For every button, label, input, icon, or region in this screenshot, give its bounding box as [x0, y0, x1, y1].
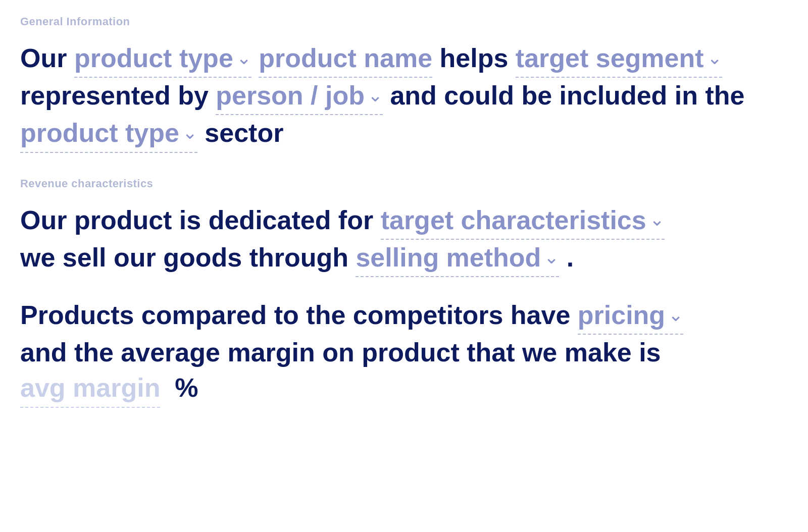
avg-margin-dropdown[interactable]: avg margin — [20, 370, 160, 407]
pricing-dropdown[interactable]: pricing ⌄ — [578, 297, 683, 335]
and-could-be-text: and could be included in the — [390, 81, 744, 110]
sector-text: sector — [205, 118, 283, 147]
selling-method-dropdown[interactable]: selling method ⌄ — [356, 240, 559, 277]
products-compared-text: Products compared to the competitors hav… — [20, 300, 578, 330]
product-name-dropdown[interactable]: product name — [259, 40, 432, 78]
product-type-dropdown-2[interactable]: product type ⌄ — [20, 115, 197, 152]
avg-margin-text: and the average margin on product that w… — [20, 338, 661, 367]
person-job-dropdown[interactable]: person / job ⌄ — [216, 78, 383, 115]
percent-suffix: % — [175, 373, 198, 402]
revenue-sentence-2: Products compared to the competitors hav… — [20, 297, 788, 408]
revenue-sentence-1: Our product is dedicated for target char… — [20, 202, 788, 277]
helps-text: helps — [440, 43, 516, 73]
target-segment-dropdown[interactable]: target segment ⌄ — [516, 40, 722, 78]
general-information-label: General Information — [20, 15, 788, 28]
product-type-dropdown-1[interactable]: product type ⌄ — [74, 40, 251, 78]
revenue-characteristics-section: Revenue characteristics Our product is d… — [20, 177, 788, 408]
target-characteristics-dropdown[interactable]: target characteristics ⌄ — [381, 202, 665, 240]
chevron-icon-5: ⌄ — [649, 207, 665, 232]
chevron-icon-6: ⌄ — [544, 245, 559, 270]
chevron-icon-7: ⌄ — [668, 303, 683, 328]
chevron-icon-4: ⌄ — [182, 121, 197, 145]
our-prefix: Our — [20, 43, 74, 73]
revenue-characteristics-label: Revenue characteristics — [20, 177, 788, 190]
chevron-icon-3: ⌄ — [368, 83, 383, 108]
our-product-dedicated-text: Our product is dedicated for — [20, 205, 381, 235]
chevron-icon-2: ⌄ — [707, 46, 722, 71]
represented-by-text: represented by — [20, 81, 216, 110]
chevron-icon-1: ⌄ — [236, 46, 251, 71]
we-sell-text: we sell our goods through — [20, 243, 356, 272]
general-information-section: General Information Our product type ⌄ p… — [20, 15, 788, 153]
period-punctuation: . — [567, 243, 574, 272]
general-information-sentence: Our product type ⌄ product name helps ta… — [20, 40, 788, 153]
